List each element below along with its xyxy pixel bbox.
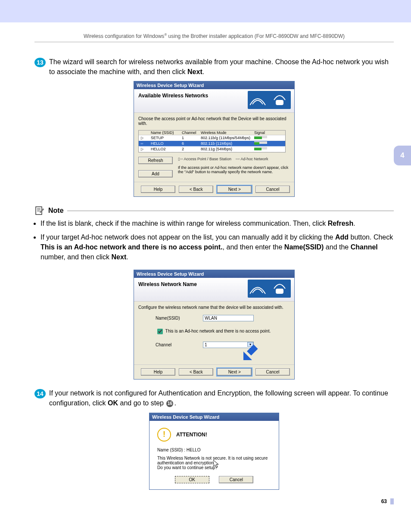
note-list: If the list is blank, check if the machi…: [40, 218, 394, 262]
next-button[interactable]: Next >: [217, 368, 252, 376]
row2-ch: 2: [182, 147, 201, 151]
step13-text-b: .: [202, 68, 204, 75]
row0-ssid: SETUP: [151, 136, 182, 140]
step-14-number: 14: [34, 389, 46, 398]
legend-row: ▯◦▫ Access Point / Base Station ▫◦▫ Ad-h…: [178, 157, 290, 161]
note2-a: If your target Ad-hoc network does not a…: [40, 233, 335, 241]
step14-ok: OK: [108, 399, 118, 407]
channel-label: Channel: [156, 342, 203, 347]
header-text-before: Wireless configuration for Windows: [84, 33, 164, 39]
back-button[interactable]: < Back: [179, 186, 213, 193]
legend-ap: Access Point / Base Station: [184, 157, 231, 161]
note2-d: and the: [324, 243, 350, 251]
step13-bold: Next: [187, 68, 202, 75]
adhoc-checkbox-label: This is an Ad-hoc network and there is n…: [165, 329, 271, 333]
step14-c: .: [174, 399, 176, 407]
note2-f: .: [126, 253, 128, 261]
ap-legend-icon: ▯◦▫: [178, 157, 183, 161]
step-13-number: 13: [34, 58, 46, 67]
svg-marker-5: [213, 460, 218, 467]
note-item-2: If your target Ad-hoc network does not a…: [40, 232, 394, 262]
note1-a: If the list is blank, check if the machi…: [40, 220, 328, 227]
wifi-graphic-icon: [248, 280, 291, 298]
ok-button[interactable]: OK: [175, 476, 209, 483]
note2-c: , and then enter the: [223, 243, 284, 251]
note-label: Note: [48, 207, 64, 215]
step-ref-16: 16: [166, 400, 173, 407]
next-button[interactable]: Next >: [217, 186, 252, 193]
add-hint: If the access point or Ad-hoc network na…: [178, 165, 290, 174]
add-button[interactable]: Add: [138, 170, 173, 177]
row2-sig: [252, 147, 280, 151]
note1-b: .: [353, 220, 355, 227]
dialog3-titlebar: Wireless Device Setup Wizard: [149, 413, 279, 421]
help-button[interactable]: Help: [141, 368, 175, 376]
svg-rect-0: [276, 100, 283, 105]
note2-chk: This is an Ad-hoc network and there is n…: [40, 243, 223, 251]
note2-ch: Channel: [351, 243, 378, 251]
dialog2-titlebar: Wireless Device Setup Wizard: [134, 270, 294, 278]
callout-arrow-icon: [243, 343, 261, 360]
note2-next: Next: [112, 253, 127, 261]
dialog2-header: Wireless Network Name: [134, 278, 294, 302]
col-ssid: Name (SSID): [151, 131, 182, 135]
note-rule: [67, 211, 394, 211]
svg-rect-2: [276, 289, 283, 294]
name-ssid-label: Name(SSID): [156, 316, 203, 320]
row1-ssid: HELLO: [151, 141, 182, 146]
dialog1-titlebar: Wireless Device Setup Wizard: [134, 81, 294, 89]
networks-table-header: Name (SSID) Channel Wireless Mode Signal: [139, 131, 285, 135]
note-item-1: If the list is blank, check if the machi…: [40, 218, 394, 228]
ap-icon: ▯◦▫: [139, 147, 151, 151]
warning-icon: !: [157, 428, 171, 442]
step13-text-a: The wizard will search for wireless netw…: [49, 58, 389, 75]
row1-mode: 802.11b (11Mbps): [201, 141, 252, 146]
table-row[interactable]: ▯◦▫ HELLO2 2 802.11g (54Mbps): [139, 146, 285, 152]
adhoc-legend-icon: ▫◦▫: [236, 157, 240, 161]
attention-ssid: Name (SSID) : HELLO: [157, 448, 271, 452]
row2-mode: 802.11g (54Mbps): [201, 147, 252, 151]
col-signal: Signal: [252, 131, 280, 135]
note2-e: number, and then click: [40, 253, 112, 261]
back-button[interactable]: < Back: [179, 368, 213, 376]
page-content: Wireless configuration for Windows® usin…: [0, 22, 411, 517]
table-row[interactable]: ▯◦▫ SETUP 1 802.11b/g (11Mbps/54Mbps): [139, 135, 285, 141]
page-number: 63: [34, 498, 394, 504]
step14-b: and go to step: [118, 399, 165, 407]
note-icon: [34, 205, 45, 216]
col-mode: Wireless Mode: [201, 131, 252, 135]
row2-ssid: HELLO2: [151, 147, 182, 151]
step-13: 13 The wizard will search for wireless n…: [34, 57, 394, 77]
step-14-text: If your network is not configured for Au…: [49, 388, 394, 408]
wifi-graphic-icon: [248, 91, 291, 109]
dialog1-instruction: Choose the access point or Ad-hoc networ…: [138, 116, 290, 126]
name-ssid-input[interactable]: WLAN: [203, 315, 254, 321]
adhoc-checkbox[interactable]: [157, 329, 163, 334]
dialog2-instruction: Configure the wireless network name that…: [138, 305, 290, 310]
table-row[interactable]: ▫◦▫ HELLO 6 802.11b (11Mbps): [139, 141, 285, 146]
page-header-line: Wireless configuration for Windows® usin…: [34, 33, 394, 42]
note2-add: Add: [335, 233, 349, 241]
refresh-button[interactable]: Refresh: [138, 157, 173, 164]
available-networks-dialog: Wireless Device Setup Wizard Available W…: [134, 81, 295, 197]
networks-table: Name (SSID) Channel Wireless Mode Signal…: [138, 130, 286, 152]
cursor-icon: [213, 460, 220, 469]
cancel-button[interactable]: Cancel: [255, 186, 290, 193]
channel-value: 1: [205, 342, 207, 347]
legend-adhoc: Ad-hoc Network: [241, 157, 268, 161]
top-banner: [0, 0, 411, 22]
note2-b: button. Check: [349, 233, 393, 241]
note1-bold: Refresh: [328, 220, 354, 227]
row1-sig: [252, 141, 280, 146]
header-text-after: using the Brother installer application …: [167, 33, 345, 39]
cancel-button[interactable]: Cancel: [255, 368, 290, 376]
col-channel: Channel: [182, 131, 201, 135]
attention-dialog: Wireless Device Setup Wizard ! ATTENTION…: [149, 413, 279, 490]
help-button[interactable]: Help: [141, 186, 175, 193]
row0-ch: 1: [182, 136, 201, 140]
cancel-button[interactable]: Cancel: [219, 476, 253, 483]
ap-icon: ▯◦▫: [139, 136, 151, 140]
svg-rect-4: [247, 345, 258, 355]
adhoc-icon: ▫◦▫: [139, 142, 151, 146]
step-13-text: The wizard will search for wireless netw…: [49, 57, 394, 77]
